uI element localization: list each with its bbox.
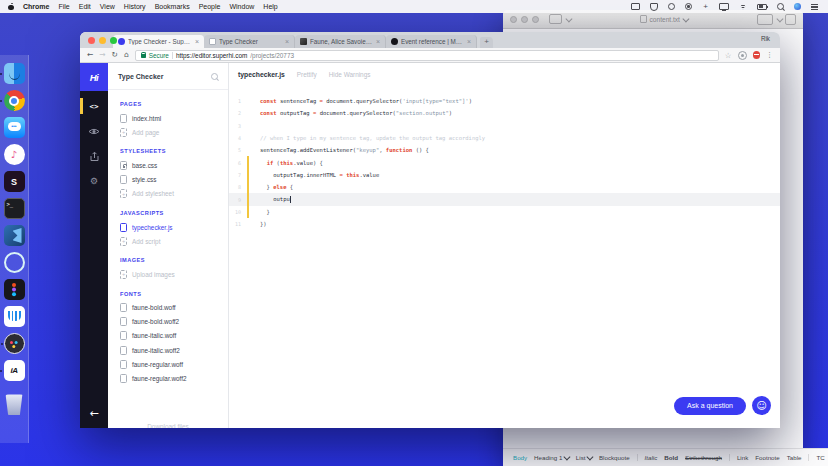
code-line[interactable]: 8 } else { — [229, 181, 780, 193]
minimize-button[interactable] — [521, 16, 528, 23]
menu-item-bookmarks[interactable]: Bookmarks — [155, 3, 190, 10]
file-item-faune-bold-woff[interactable]: faune-bold.woff — [120, 301, 228, 315]
code-line[interactable]: 11}) — [229, 218, 780, 230]
browser-tab[interactable]: Type Checker× — [204, 35, 295, 48]
format-blockquote[interactable]: Blockquote — [599, 454, 630, 461]
chevron-down-icon[interactable] — [776, 15, 782, 21]
code-line[interactable]: 9 outpu — [229, 193, 780, 205]
nav-code-tab[interactable]: <> — [80, 96, 108, 116]
back-arrow-icon[interactable]: ← — [80, 407, 108, 420]
file-item-base-css[interactable]: base.css — [120, 158, 228, 172]
dock-item-figma[interactable] — [4, 279, 25, 300]
format-tc[interactable]: TC — [808, 454, 824, 461]
format-footnote[interactable]: Footnote — [755, 454, 779, 461]
add-item-upload-images[interactable]: Upload images — [120, 267, 228, 281]
bookmark-star-icon[interactable]: ☆ — [725, 51, 732, 60]
superhi-logo[interactable]: Hi — [80, 63, 108, 91]
preview-toggle-button[interactable] — [757, 14, 773, 25]
add-item-add-stylesheet[interactable]: Add stylesheet — [120, 187, 228, 201]
menu-item-edit[interactable]: Edit — [79, 3, 91, 10]
menu-item-window[interactable]: Window — [229, 3, 254, 10]
add-item-add-script[interactable]: Add script — [120, 234, 228, 248]
dock-item-ia-writer[interactable] — [4, 360, 25, 381]
plus-icon[interactable] — [702, 3, 709, 10]
apple-menu-icon[interactable] — [8, 3, 14, 10]
siri-icon[interactable] — [794, 3, 801, 10]
file-item-index-html[interactable]: index.html — [120, 111, 228, 125]
record-icon[interactable] — [685, 3, 692, 10]
dock-item-terminal[interactable] — [4, 198, 25, 219]
download-files-link[interactable]: Download files — [147, 423, 189, 428]
menu-app-name[interactable]: Chrome — [23, 3, 49, 10]
shield-download-icon[interactable] — [650, 3, 658, 11]
dock-item-finder[interactable] — [4, 63, 25, 84]
battery-icon[interactable] — [757, 4, 767, 10]
display-icon[interactable] — [719, 3, 729, 10]
tab-close-icon[interactable]: × — [285, 38, 289, 45]
code-line[interactable]: 5sentenceTag.addEventListener("keyup", f… — [229, 144, 780, 156]
nav-settings-tab[interactable]: ⚙ — [80, 171, 108, 191]
file-item-faune-bold-woff2[interactable]: faune-bold.woff2 — [120, 315, 228, 329]
ask-question-button[interactable]: Ask a question — [674, 397, 746, 415]
format-heading-1[interactable]: Heading 1 — [534, 454, 569, 461]
add-item-add-page[interactable]: Add page — [120, 125, 228, 139]
close-button[interactable] — [510, 16, 517, 23]
dock-item-trash[interactable] — [4, 394, 25, 415]
code-editor[interactable]: 1const sentenceTag = document.querySelec… — [229, 85, 780, 428]
format-strikethrough[interactable]: Strikethrough — [685, 454, 722, 461]
nav-publish-tab[interactable] — [80, 146, 108, 166]
address-bar[interactable]: Secure https://editor.superhi.com/projec… — [135, 50, 719, 61]
home-button[interactable]: ⌂ — [124, 51, 129, 59]
dock-item-ring-app[interactable] — [4, 252, 25, 273]
wifi-icon[interactable] — [739, 4, 747, 10]
dock-item-music[interactable] — [4, 144, 25, 165]
forward-button[interactable]: → — [99, 51, 105, 59]
file-item-style-css[interactable]: style.css — [120, 173, 228, 187]
zoom-button[interactable] — [532, 16, 539, 23]
dock-item-intercom[interactable] — [4, 306, 25, 327]
menu-item-view[interactable]: View — [100, 3, 115, 10]
file-item-faune-italic-woff[interactable]: faune-italic.woff — [120, 329, 228, 343]
adblock-extension-icon[interactable] — [753, 51, 761, 59]
back-button[interactable]: ← — [87, 51, 93, 59]
file-item-typechecker-js[interactable]: typechecker.js — [120, 220, 228, 234]
code-line[interactable]: 6 if (this.value) { — [229, 156, 780, 168]
format-list[interactable]: List — [576, 454, 592, 461]
dock-item-messages[interactable] — [4, 117, 25, 138]
menu-item-help[interactable]: Help — [263, 3, 277, 10]
code-line[interactable]: 2const outputTag = document.querySelecto… — [229, 107, 780, 119]
file-item-faune-regular-woff2[interactable]: faune-regular.woff2 — [120, 371, 228, 385]
browser-tab[interactable]: Event reference | MDN× — [386, 35, 477, 48]
browser-menu-icon[interactable]: ⋮ — [766, 51, 773, 59]
dock-item-chrome[interactable] — [4, 90, 25, 111]
file-item-faune-italic-woff2[interactable]: faune-italic.woff2 — [120, 343, 228, 357]
minimize-button[interactable] — [99, 37, 106, 44]
format-body[interactable]: Body — [513, 454, 527, 461]
dock-item-vscode[interactable] — [4, 225, 25, 246]
code-line[interactable]: 3 — [229, 120, 780, 132]
menu-item-file[interactable]: File — [58, 3, 69, 10]
new-tab-button[interactable]: + — [480, 37, 493, 48]
notification-list-icon[interactable] — [811, 4, 818, 10]
prettify-button[interactable]: Prettify — [297, 71, 317, 78]
stats-toggle-button[interactable] — [785, 14, 796, 25]
profile-name[interactable]: Rik — [761, 35, 770, 42]
close-button[interactable] — [88, 37, 95, 44]
tab-close-icon[interactable]: × — [376, 38, 380, 45]
code-line[interactable]: 4// when I type in my sentence tag, upda… — [229, 132, 780, 144]
nav-preview-tab[interactable] — [80, 121, 108, 141]
circle-icon[interactable] — [668, 3, 675, 10]
code-line[interactable]: 10 } — [229, 206, 780, 218]
chevron-down-icon[interactable] — [566, 15, 572, 21]
reload-button[interactable]: ↻ — [112, 51, 118, 59]
file-item-faune-regular-woff[interactable]: faune-regular.woff — [120, 357, 228, 371]
dock-item-slack[interactable] — [4, 171, 25, 192]
browser-tab[interactable]: Type Checker - SuperHi× — [113, 35, 204, 48]
browser-tab[interactable]: Faune, Alice Savoie / Cnap× — [295, 35, 386, 48]
format-bold[interactable]: Bold — [664, 454, 678, 461]
library-toggle-icon[interactable] — [549, 14, 562, 24]
tab-close-icon[interactable]: × — [195, 38, 199, 45]
ia-document-title[interactable]: content.txt — [640, 15, 688, 24]
zoom-button[interactable] — [110, 37, 117, 44]
tab-close-icon[interactable]: × — [467, 38, 471, 45]
